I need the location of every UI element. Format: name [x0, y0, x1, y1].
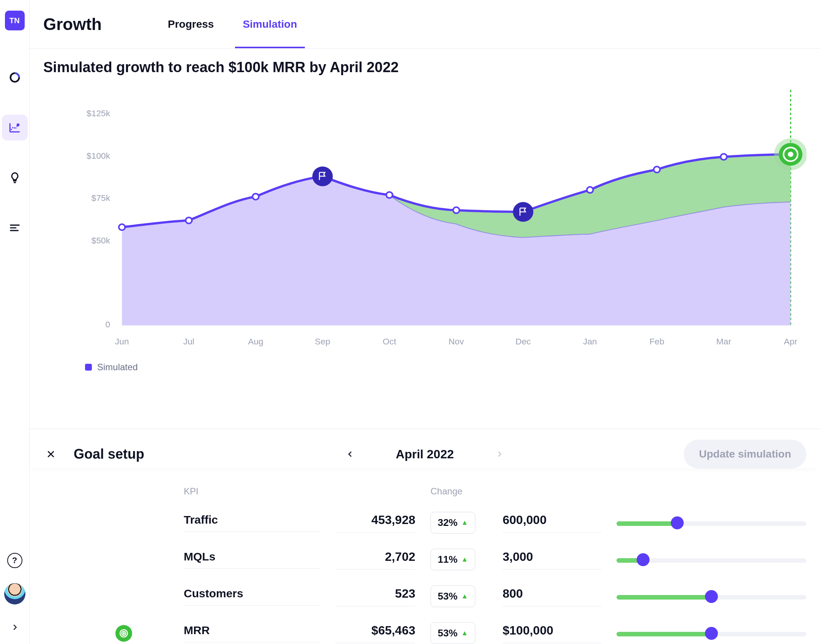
- kpi-name-mrr: MRR: [184, 624, 320, 642]
- list-icon: [8, 221, 21, 234]
- topbar: Growth Progress Simulation: [30, 0, 820, 49]
- svg-point-4: [252, 194, 259, 200]
- x-tick: Dec: [516, 337, 531, 346]
- x-tick: Feb: [650, 337, 664, 346]
- page-title: Growth: [43, 15, 102, 34]
- kpi-slider-traffic[interactable]: [617, 519, 806, 527]
- x-tick: Apr: [784, 337, 798, 346]
- month-label: April 2022: [396, 447, 454, 461]
- svg-point-2: [119, 224, 125, 230]
- donut-icon: [8, 71, 21, 84]
- y-tick-75k: $75k: [91, 193, 110, 203]
- lightbulb-icon: [8, 171, 21, 184]
- target-marker[interactable]: [774, 138, 806, 170]
- x-tick: Jun: [115, 337, 129, 346]
- kpi-name-customers: Customers: [184, 587, 320, 606]
- x-tick: Mar: [716, 337, 732, 346]
- expand-sidebar-button[interactable]: [7, 620, 22, 635]
- svg-point-18: [123, 633, 124, 634]
- kpi-current-traffic: 453,928: [336, 513, 415, 533]
- x-tick: Oct: [383, 337, 396, 346]
- close-icon: [46, 449, 56, 459]
- kpi-slider-mrr[interactable]: [617, 630, 806, 637]
- svg-point-1: [17, 124, 19, 126]
- main: Growth Progress Simulation Simulated gro…: [30, 0, 820, 644]
- goal-setup-bar: Goal setup April 2022 Update simulation: [30, 429, 820, 469]
- kpi-name-traffic: Traffic: [184, 513, 320, 532]
- marker-sep[interactable]: [312, 166, 333, 186]
- nav-growth[interactable]: [2, 115, 28, 140]
- kpi-change-traffic: 32%▲: [430, 512, 475, 534]
- x-tick: Jul: [183, 337, 194, 346]
- help-icon[interactable]: ?: [7, 553, 22, 568]
- x-tick: Jan: [583, 337, 597, 346]
- kpi-current-customers: 523: [336, 587, 415, 606]
- kpi-name-mqls: MQLs: [184, 550, 320, 569]
- nav-lists[interactable]: [2, 215, 28, 241]
- sidebar: TN ?: [0, 0, 30, 644]
- kpi-target-traffic: 600,000: [503, 513, 601, 533]
- brand-square[interactable]: TN: [5, 11, 25, 30]
- triangle-up-icon: ▲: [461, 519, 468, 527]
- tab-progress[interactable]: Progress: [162, 0, 219, 48]
- kpi-current-mqls: 2,702: [336, 550, 415, 570]
- nav-ideas[interactable]: [2, 165, 28, 191]
- kpi-slider-mqls[interactable]: [617, 556, 806, 564]
- goal-setup-title: Goal setup: [74, 446, 144, 462]
- legend-label: Simulated: [97, 362, 138, 373]
- y-tick-50k: $50k: [91, 236, 110, 245]
- tab-simulation[interactable]: Simulation: [237, 0, 302, 48]
- kpi-change-mqls: 11%▲: [430, 549, 475, 570]
- svg-point-7: [587, 187, 593, 193]
- target-icon: [115, 625, 132, 642]
- triangle-up-icon: ▲: [461, 556, 468, 564]
- kpi-target-mqls: 3,000: [503, 550, 601, 570]
- y-tick-0: 0: [105, 320, 110, 329]
- svg-point-5: [386, 192, 393, 198]
- x-tick: Sep: [315, 337, 330, 346]
- prev-month-button[interactable]: [343, 447, 358, 462]
- kpi-change-customers: 53%▲: [430, 586, 475, 607]
- kpi-header-change: Change: [430, 486, 487, 497]
- chevron-right-icon: [495, 450, 503, 458]
- kpi-current-mrr: $65,463: [336, 623, 415, 643]
- kpi-change-mrr: 53%▲: [430, 622, 475, 644]
- chevron-right-icon: [11, 623, 19, 631]
- triangle-up-icon: ▲: [461, 629, 468, 637]
- month-nav: April 2022: [343, 447, 507, 462]
- legend-swatch: [85, 364, 92, 371]
- y-tick-125k: $125k: [87, 109, 110, 118]
- nav-overview[interactable]: [2, 65, 28, 90]
- kpi-header-kpi: KPI: [184, 486, 320, 497]
- line-chart-icon: [8, 121, 21, 134]
- update-simulation-button[interactable]: Update simulation: [684, 440, 806, 469]
- x-tick: Nov: [449, 337, 464, 346]
- svg-point-8: [654, 167, 660, 173]
- triangle-up-icon: ▲: [461, 592, 468, 600]
- avatar[interactable]: [4, 583, 25, 605]
- x-tick: Aug: [248, 337, 263, 346]
- y-tick-100k: $100k: [87, 151, 110, 161]
- next-month-button[interactable]: [492, 447, 507, 462]
- tabs: Progress Simulation: [162, 0, 303, 48]
- kpi-table: KPI Change Traffic 453,928 32%▲ 600,000 …: [30, 469, 820, 644]
- close-goal-setup-button[interactable]: [43, 447, 58, 462]
- chevron-left-icon: [346, 450, 355, 458]
- svg-point-9: [721, 154, 727, 160]
- kpi-target-customers: 800: [503, 587, 601, 606]
- kpi-slider-customers[interactable]: [617, 593, 806, 600]
- sub-heading: Simulated growth to reach $100k MRR by A…: [43, 59, 806, 76]
- svg-point-3: [186, 217, 192, 223]
- marker-dec[interactable]: [513, 202, 533, 222]
- kpi-target-mrr: $100,000: [503, 623, 601, 643]
- svg-point-15: [788, 152, 793, 157]
- simulation-chart: 0 $50k $75k $100k $125k: [43, 82, 806, 373]
- svg-point-6: [453, 207, 460, 213]
- chart-legend: Simulated: [85, 362, 806, 373]
